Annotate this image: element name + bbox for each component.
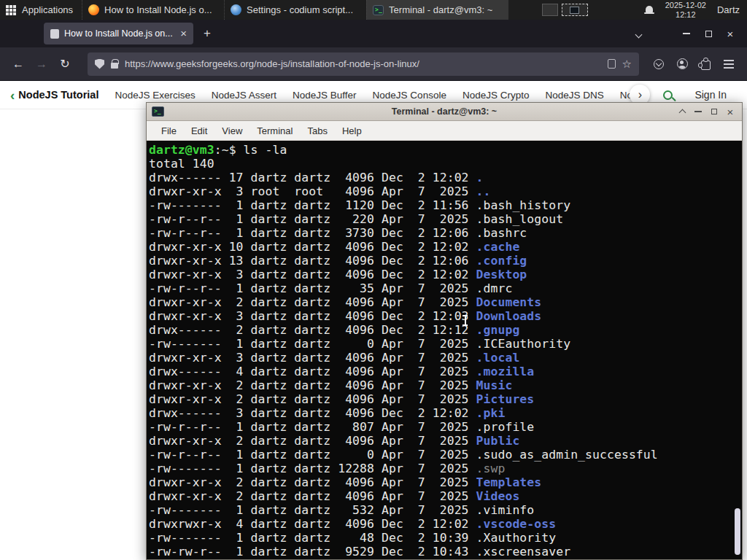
terminal-line: dartz@vm3:~$ ls -la [149,143,732,157]
rollup-button[interactable] [676,106,688,117]
terminal-line: drwxr-xr-x 3 dartz dartz 4096 Dec 2 12:0… [149,268,732,281]
lock-icon[interactable] [111,63,118,69]
url-bar[interactable]: https://www.geeksforgeeks.org/node-js/in… [88,52,639,76]
account-icon[interactable] [671,53,693,75]
search-icon[interactable] [663,90,673,100]
nav-back-link[interactable]: ‹ NodeJS Tutorial [10,88,98,102]
browser-minimize-button[interactable] [676,23,697,44]
nav-link[interactable]: NodeJS Console [373,90,446,101]
terminal-line: drwxr-xr-x 13 dartz dartz 4096 Dec 2 12:… [149,254,732,268]
terminal-line: drwx------ 3 dartz dartz 4096 Dec 2 12:0… [149,406,732,420]
terminal-minimize-button[interactable] [692,106,704,117]
panel-tasks: How to Install Node.js o...Settings - co… [82,0,508,20]
notification-bell-icon[interactable] [644,5,654,15]
new-tab-button[interactable] [204,27,211,40]
panel-date: 2025-12-02 [665,1,706,10]
forward-button[interactable] [31,53,53,75]
reload-button[interactable] [54,53,76,75]
terminal-output: dartz@vm3:~$ ls -latotal 140drwx------ 1… [149,143,732,559]
terminal-line: drwxr-xr-x 3 dartz dartz 4096 Apr 7 2025… [149,351,732,365]
menu-file[interactable]: File [154,121,184,141]
taskbar-item[interactable]: Terminal - dartz@vm3: ~ [366,0,508,20]
terminal-line: -rw------- 1 dartz dartz 12288 Apr 7 202… [149,462,732,475]
desktop: How to Install Node.js on... https://www… [0,0,747,560]
browser-tab[interactable]: How to Install Node.js on... [44,23,193,44]
workspace-switcher [542,4,588,16]
user-menu[interactable]: Dartz [717,4,741,15]
terminal-scrollbar[interactable] [733,141,742,559]
page-favicon-icon [50,29,59,39]
terminal-title: Terminal - dartz@vm3: ~ [147,106,742,117]
terminal-line: drwxr-xr-x 2 dartz dartz 4096 Apr 7 2025… [149,378,732,392]
url-text[interactable]: https://www.geeksforgeeks.org/node-js/in… [125,58,601,69]
terminal-line: drwxr-xr-x 3 dartz dartz 4096 Dec 2 12:0… [149,309,732,323]
terminal-line: -rw-r--r-- 1 dartz dartz 807 Apr 7 2025 … [149,420,732,434]
terminal-screen[interactable]: dartz@vm3:~$ ls -latotal 140drwx------ 1… [147,141,742,559]
applications-menu-button[interactable]: Applications [0,0,82,20]
tracking-shield-icon[interactable] [95,59,104,69]
terminal-line: drwxr-xr-x 2 dartz dartz 4096 Apr 7 2025… [149,489,732,503]
nav-back-label: NodeJS Tutorial [18,89,98,101]
pocket-icon[interactable] [648,53,670,75]
terminal-titlebar[interactable]: Terminal - dartz@vm3: ~ [147,103,742,121]
menu-edit[interactable]: Edit [184,121,214,141]
terminal-line: total 140 [149,157,732,171]
nav-link[interactable]: NodeJS DNS [545,90,603,101]
nav-link[interactable]: NodeJS Exercises [115,90,195,101]
nav-link[interactable]: NodeJS Crypto [462,90,530,101]
applications-grid-icon [6,5,16,15]
terminal-line: drwxr-xr-x 2 dartz dartz 4096 Apr 7 2025… [149,392,732,406]
terminal-maximize-button[interactable] [708,106,720,117]
back-button[interactable] [7,53,29,75]
terminal-line: -rw-r--r-- 1 dartz dartz 35 Apr 7 2025 .… [149,281,732,295]
browser-close-button[interactable] [719,23,741,44]
workspace-1[interactable] [542,4,558,16]
nav-link[interactable]: NodeJS Buffer [293,90,357,101]
terminal-close-button[interactable] [724,106,736,117]
taskbar-item[interactable]: How to Install Node.js o... [82,0,224,20]
tab-title: How to Install Node.js on... [64,28,175,39]
tab-close-icon[interactable] [180,28,187,39]
taskbar-item-label: Settings - codium script... [247,4,353,15]
reader-mode-icon[interactable] [608,59,616,69]
terminal-line: -rw-r--r-- 1 dartz dartz 220 Apr 7 2025 … [149,212,732,226]
extensions-icon[interactable] [694,53,716,75]
terminal-icon [373,5,384,15]
terminal-line: -rw------- 1 dartz dartz 0 Apr 7 2025 .I… [149,337,732,351]
browser-maximize-button[interactable] [697,23,719,44]
gfg-links: NodeJS ExercisesNodeJS AssertNodeJS Buff… [115,90,641,101]
tab-list-chevron-icon[interactable] [630,27,646,40]
terminal-line: -rw------- 1 dartz dartz 48 Dec 2 10:39 … [149,531,732,545]
panel-time: 12:12 [676,10,696,20]
terminal-window: Terminal - dartz@vm3: ~ FileEditViewTerm… [146,102,743,560]
settings-icon [231,4,241,15]
chevron-left-icon: ‹ [10,88,15,102]
bookmark-star-icon[interactable] [622,58,632,71]
terminal-line: -rw------- 1 dartz dartz 532 Apr 7 2025 … [149,503,732,517]
firefox-icon [88,4,99,15]
terminal-line: drwxr-xr-x 10 dartz dartz 4096 Dec 2 12:… [149,240,732,254]
terminal-line: drwxr-xr-x 2 dartz dartz 4096 Apr 7 2025… [149,475,732,489]
applications-label: Applications [22,4,73,15]
menu-tabs[interactable]: Tabs [300,121,334,141]
menu-view[interactable]: View [214,121,249,141]
panel-clock[interactable]: 2025-12-02 12:12 [665,1,706,19]
terminal-line: -rw------- 1 dartz dartz 1120 Dec 2 11:5… [149,198,732,212]
sign-in-button[interactable]: Sign In [694,89,727,101]
taskbar-item[interactable]: Settings - codium script... [224,0,366,20]
menu-terminal[interactable]: Terminal [249,121,300,141]
scrollbar-thumb[interactable] [735,508,740,555]
menu-icon[interactable] [718,53,740,75]
terminal-line: drwxr-xr-x 3 root root 4096 Apr 7 2025 .… [149,184,732,198]
terminal-window-buttons [676,106,742,117]
menu-help[interactable]: Help [335,121,369,141]
terminal-line: -rw-rw-r-- 1 dartz dartz 9529 Dec 2 10:4… [149,545,732,559]
terminal-line: -rw-r--r-- 1 dartz dartz 3730 Dec 2 12:0… [149,226,732,240]
terminal-line: drwx------ 2 dartz dartz 4096 Dec 2 12:1… [149,323,732,337]
workspace-2[interactable] [562,4,588,16]
nav-link[interactable]: NodeJS Assert [212,90,276,101]
workspace-window-icon [570,7,579,14]
taskbar-item-label: Terminal - dartz@vm3: ~ [389,4,492,15]
terminal-icon [152,106,164,117]
tab-bar: How to Install Node.js on... [0,20,747,47]
